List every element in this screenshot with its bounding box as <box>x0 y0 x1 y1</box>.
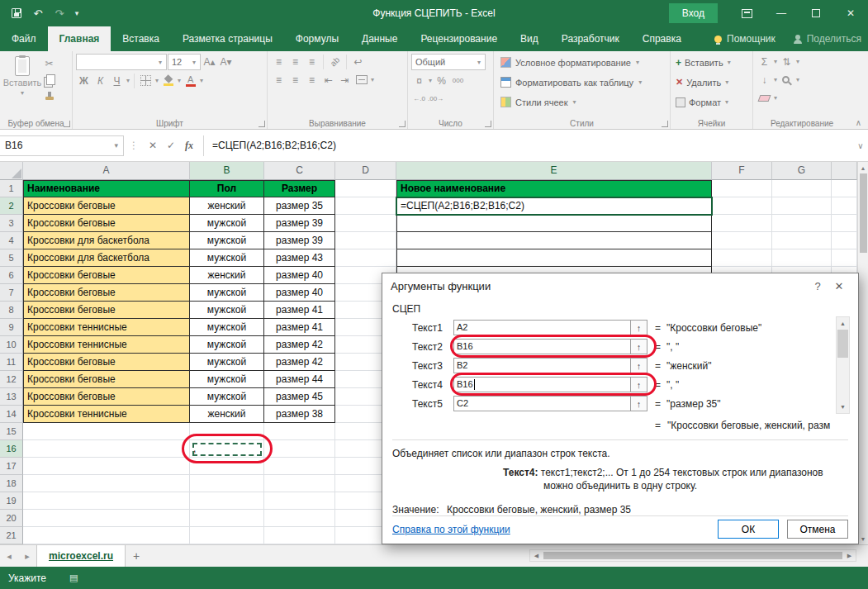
cell-A2[interactable]: Кроссовки беговые <box>23 197 190 215</box>
cell-G1[interactable] <box>772 180 832 197</box>
cell-B5[interactable]: мужской <box>190 249 264 267</box>
tab-Данные[interactable]: Данные <box>350 26 409 51</box>
cell-A16[interactable] <box>23 440 190 458</box>
cell-D1[interactable] <box>335 180 396 197</box>
cell-A20[interactable] <box>23 510 190 527</box>
cancel-button[interactable]: Отмена <box>787 520 848 539</box>
cell-B9[interactable]: мужской <box>190 319 264 336</box>
horizontal-scroll-thumb[interactable] <box>543 552 842 559</box>
row-header-20[interactable]: 20 <box>0 510 23 527</box>
borders-button[interactable] <box>138 73 154 88</box>
format-cells-button[interactable]: Формат▾ <box>674 93 731 111</box>
cell-C6[interactable]: размер 40 <box>264 267 335 284</box>
accounting-format-button[interactable]: ¤ <box>411 73 427 88</box>
add-sheet-button[interactable]: + <box>126 545 147 567</box>
cell-C13[interactable]: размер 45 <box>264 388 335 406</box>
row-header-10[interactable]: 10 <box>0 336 23 354</box>
cell-D5[interactable] <box>335 249 396 267</box>
row-header-12[interactable]: 12 <box>0 371 23 388</box>
cell-F1[interactable] <box>712 180 772 197</box>
cell-F4[interactable] <box>712 232 772 249</box>
horizontal-scrollbar[interactable]: ◀ ▶ <box>529 549 856 562</box>
minimize-button[interactable]: — <box>764 0 799 26</box>
cell-B19[interactable] <box>190 492 264 510</box>
cell-D4[interactable] <box>335 232 396 249</box>
cell-A15[interactable] <box>23 423 190 440</box>
collapse-dialog-icon[interactable]: ↑ <box>631 377 647 392</box>
tab-Справка[interactable]: Справка <box>631 26 693 51</box>
cell-B13[interactable]: мужской <box>190 388 264 406</box>
expand-formula-bar-icon[interactable]: ∨ <box>853 141 868 150</box>
tab-Вставка[interactable]: Вставка <box>111 26 171 51</box>
row-header-6[interactable]: 6 <box>0 267 23 284</box>
arg-input-Текст4[interactable]: B16 <box>453 377 631 392</box>
tab-Рецензирование[interactable]: Рецензирование <box>409 26 509 51</box>
dialog-scroll-thumb[interactable] <box>837 330 848 358</box>
sort-filter-button[interactable]: ⇅ <box>779 54 794 69</box>
name-box-resizer-icon[interactable]: ⋮ <box>129 140 139 151</box>
column-header-B[interactable]: B <box>190 162 264 180</box>
cell-B8[interactable]: мужской <box>190 302 264 319</box>
cell-H3[interactable] <box>832 215 857 232</box>
cell-B15[interactable] <box>190 423 264 440</box>
row-header-5[interactable]: 5 <box>0 249 23 267</box>
arg-input-Текст1[interactable]: A2 <box>453 320 631 335</box>
shrink-font-button[interactable]: А▾ <box>218 55 234 70</box>
cell-A1[interactable]: Наименование <box>23 180 190 197</box>
tab-Формулы[interactable]: Формулы <box>284 26 350 51</box>
bold-button[interactable]: Ж <box>76 73 92 88</box>
column-header-A[interactable]: A <box>23 162 190 180</box>
italic-button[interactable]: К <box>92 73 108 88</box>
align-middle-button[interactable]: ≡ <box>287 54 303 69</box>
row-header-8[interactable]: 8 <box>0 302 23 319</box>
row-header-1[interactable]: 1 <box>0 180 23 197</box>
align-left-button[interactable]: ≡ <box>271 72 287 88</box>
row-header-15[interactable]: 15 <box>0 423 23 440</box>
undo-button[interactable]: ↶ <box>28 3 48 23</box>
function-help-link[interactable]: Справка по этой функции <box>392 524 718 535</box>
row-header-14[interactable]: 14 <box>0 406 23 423</box>
scroll-down-icon[interactable]: ▼ <box>837 401 849 413</box>
cell-A10[interactable]: Кроссовки теннисные <box>23 336 190 354</box>
fill-color-button[interactable] <box>160 73 176 88</box>
cell-A14[interactable]: Кроссовки теннисные <box>23 406 190 423</box>
dialog-launcher-icon[interactable] <box>399 121 406 127</box>
align-center-button[interactable]: ≡ <box>287 72 303 88</box>
paste-button[interactable]: Вставить ▾ <box>3 54 41 117</box>
number-format-combo[interactable]: Общий▾ <box>411 54 486 70</box>
cell-A7[interactable]: Кроссовки беговые <box>23 284 190 302</box>
font-size-combo[interactable]: 12▾ <box>168 54 201 70</box>
cell-A8[interactable]: Кроссовки беговые <box>23 302 190 319</box>
cell-F3[interactable] <box>712 215 772 232</box>
cell-A13[interactable]: Кроссовки беговые <box>23 388 190 406</box>
format-painter-button[interactable] <box>41 88 57 104</box>
dialog-launcher-icon[interactable] <box>485 121 491 127</box>
cell-A17[interactable] <box>23 458 190 475</box>
scroll-right-icon[interactable]: ▶ <box>843 550 856 561</box>
conditional-formatting-button[interactable]: Условное форматирование▾ <box>497 54 643 71</box>
cell-D2[interactable] <box>335 197 396 215</box>
name-box-dropdown-icon[interactable]: ▾ <box>114 141 118 150</box>
cell-D3[interactable] <box>335 215 396 232</box>
align-bottom-button[interactable]: ≡ <box>304 54 320 69</box>
cell-A11[interactable]: Кроссовки беговые <box>23 354 190 371</box>
sheet-nav-left-icon[interactable]: ◂ <box>0 545 18 567</box>
cell-C19[interactable] <box>264 492 335 510</box>
redo-button[interactable]: ↷ <box>50 3 69 23</box>
fill-button[interactable]: ↓ <box>757 72 772 88</box>
grow-font-button[interactable]: А▴ <box>202 55 217 70</box>
cell-C3[interactable]: размер 39 <box>264 215 335 232</box>
arg-input-Текст5[interactable]: C2 <box>453 396 631 411</box>
cell-B2[interactable]: женский <box>190 197 264 215</box>
scroll-up-icon[interactable]: ▲ <box>858 162 868 173</box>
cell-A5[interactable]: Кроссовки для баскетбола <box>23 249 190 267</box>
format-as-table-button[interactable]: Форматировать как таблицу▾ <box>497 74 646 91</box>
cell-C14[interactable]: размер 38 <box>264 406 335 423</box>
cell-A6[interactable]: Кроссовки беговые <box>23 267 190 284</box>
ribbon-display-options-button[interactable] <box>729 0 764 26</box>
qat-customize-icon[interactable]: ▾ <box>71 3 83 23</box>
cell-E3[interactable] <box>396 215 712 232</box>
merge-center-button[interactable] <box>353 72 369 88</box>
cell-A4[interactable]: Кроссовки для баскетбола <box>23 232 190 249</box>
dialog-launcher-icon[interactable] <box>64 121 70 127</box>
